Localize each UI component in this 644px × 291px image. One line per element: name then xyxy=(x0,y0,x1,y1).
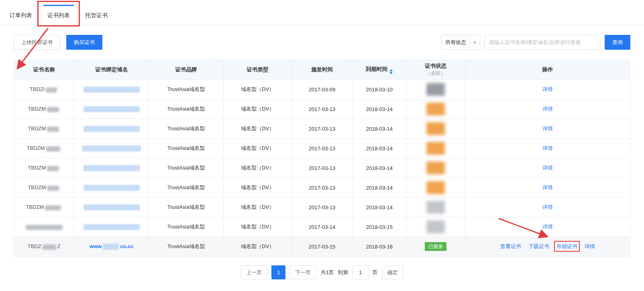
actions-cell: 详情 xyxy=(465,158,630,178)
status-cell xyxy=(406,217,465,237)
cert-name-text: TBDZM xyxy=(28,125,46,131)
redacted-domain xyxy=(84,106,140,112)
action-link[interactable]: 详情 xyxy=(542,145,553,151)
redacted-domain xyxy=(103,244,119,250)
cert-domain-text-suffix: co.cc xyxy=(120,243,133,249)
cert-name-cell: TBDZM xyxy=(14,119,74,139)
chevron-down-icon: ▼ xyxy=(469,35,480,49)
action-link[interactable]: 详情 xyxy=(542,165,553,171)
expire-date-cell: 2018-03-15 xyxy=(352,217,406,237)
table-row: TBDZI TrustAsia域名型 域名型（DV） 2017-03-09 20… xyxy=(14,80,630,99)
redacted-domain xyxy=(84,165,140,171)
action-link[interactable]: 详情 xyxy=(542,86,553,92)
status-cell xyxy=(406,80,465,99)
action-link[interactable]: 详情 xyxy=(542,106,553,112)
cert-type-cell: 域名型（DV） xyxy=(223,119,291,139)
search-input[interactable] xyxy=(485,35,600,50)
column-header-expires[interactable]: 到期时间 xyxy=(352,60,406,80)
status-cell: 已颁发 xyxy=(406,237,465,257)
page-unit-text: 页 xyxy=(373,269,378,276)
status-filter-value: 所有状态 xyxy=(445,39,466,46)
column-header-expires-label: 到期时间 xyxy=(366,66,387,72)
tab-hosted-certs[interactable]: 托管证书 xyxy=(81,5,112,25)
action-link[interactable]: 查看证书 xyxy=(500,243,521,249)
cert-name-text: TBDZM xyxy=(26,204,44,210)
action-link[interactable]: 下载证书 xyxy=(528,243,549,249)
issue-date-cell: 2017-03-13 xyxy=(292,99,352,119)
redacted-status xyxy=(426,181,445,194)
cert-name-cell: TBDZM xyxy=(14,158,74,178)
toolbar-left: 上传托管证书 购买证书 xyxy=(14,35,102,50)
current-page-button[interactable]: 1 xyxy=(271,265,285,279)
status-filter-all-link[interactable]: （全部） xyxy=(409,70,463,77)
action-link[interactable]: 详情 xyxy=(585,243,595,249)
column-header-brand: 证书品牌 xyxy=(149,60,224,80)
toolbar-right: 所有状态 ▼ 查询 xyxy=(441,35,630,50)
cert-name-cell: TBDZI xyxy=(14,80,74,99)
redacted-status xyxy=(426,122,445,135)
cert-type-cell: 域名型（DV） xyxy=(223,99,291,119)
redacted-name xyxy=(45,205,61,210)
redacted-domain xyxy=(82,146,141,152)
query-button[interactable]: 查询 xyxy=(605,35,630,50)
cert-name-text: TBDZI xyxy=(30,86,45,92)
issue-date-cell: 2017-03-13 xyxy=(292,158,352,178)
cert-name-cell: TBDZM xyxy=(14,99,74,119)
next-page-button[interactable]: 下一页 xyxy=(289,265,316,279)
table-row: TBDZM TrustAsia域名型 域名型（DV） 2017-03-13 20… xyxy=(14,198,630,217)
page-total-text: 共1页 xyxy=(320,269,334,276)
action-link[interactable]: 详情 xyxy=(542,184,553,190)
status-cell xyxy=(406,119,465,139)
redacted-name xyxy=(47,107,59,112)
action-link[interactable]: 详情 xyxy=(542,125,553,131)
cert-domain-cell xyxy=(74,99,149,119)
cert-brand-cell: TrustAsia域名型 xyxy=(149,80,224,99)
cert-domain-cell xyxy=(74,217,149,237)
revoke-cert-link[interactable]: 吊销证书 xyxy=(556,243,577,249)
expire-date-cell: 2018-03-14 xyxy=(352,198,406,217)
confirm-page-button[interactable]: 确定 xyxy=(382,265,404,279)
issue-date-cell: 2017-03-13 xyxy=(292,198,352,217)
cert-type-cell: 域名型（DV） xyxy=(223,217,291,237)
redacted-status xyxy=(426,162,445,174)
issue-date-cell: 2017-03-15 xyxy=(292,237,352,257)
action-link[interactable]: 详情 xyxy=(542,224,553,230)
issue-date-cell: 2017-03-14 xyxy=(292,217,352,237)
cert-domain-cell xyxy=(74,139,149,158)
expire-date-cell: 2018-03-14 xyxy=(352,178,406,198)
issue-date-cell: 2017-03-09 xyxy=(292,80,352,99)
status-cell xyxy=(406,139,465,158)
actions-cell: 详情 xyxy=(465,119,630,139)
table-row: TBDZZ wwwco.cc TrustAsia域名型 域名型（DV） 2017… xyxy=(14,237,630,257)
prev-page-button[interactable]: 上一页 xyxy=(240,265,267,279)
cert-brand-cell: TrustAsia域名型 xyxy=(149,217,224,237)
redacted-status xyxy=(426,201,445,214)
upload-hosted-cert-button[interactable]: 上传托管证书 xyxy=(14,35,60,50)
cert-domain-cell: wwwco.cc xyxy=(74,237,149,257)
status-filter-select[interactable]: 所有状态 ▼ xyxy=(441,35,480,50)
expire-date-cell: 2018-03-14 xyxy=(352,158,406,178)
actions-cell: 查看证书下载证书吊销证书详情 xyxy=(465,237,630,257)
cert-domain-cell xyxy=(74,158,149,178)
issue-date-cell: 2017-03-13 xyxy=(292,139,352,158)
cert-brand-cell: TrustAsia域名型 xyxy=(149,119,224,139)
redacted-name xyxy=(43,245,56,250)
expire-date-cell: 2018-03-14 xyxy=(352,99,406,119)
buy-cert-button[interactable]: 购买证书 xyxy=(66,35,102,50)
sort-icon[interactable] xyxy=(389,69,393,74)
action-link[interactable]: 详情 xyxy=(542,204,553,210)
tab-order-list[interactable]: 订单列表 xyxy=(6,5,36,25)
redacted-name xyxy=(47,166,59,171)
page-number-input[interactable] xyxy=(353,265,369,279)
cert-type-cell: 域名型（DV） xyxy=(223,80,291,99)
redacted-domain xyxy=(84,204,140,210)
ssl-certificate-console: 订单列表 证书列表 托管证书 上传托管证书 购买证书 所有状态 ▼ 查询 xyxy=(0,0,644,279)
redacted-name xyxy=(47,127,59,132)
column-header-actions: 操作 xyxy=(465,60,630,80)
cert-name-text: TBDZ xyxy=(28,243,41,249)
tab-cert-list[interactable]: 证书列表 xyxy=(43,5,74,25)
redacted-name xyxy=(47,186,59,191)
cert-domain-cell xyxy=(74,198,149,217)
issue-date-cell: 2017-03-13 xyxy=(292,119,352,139)
goto-page-text: 到第 xyxy=(338,269,348,276)
